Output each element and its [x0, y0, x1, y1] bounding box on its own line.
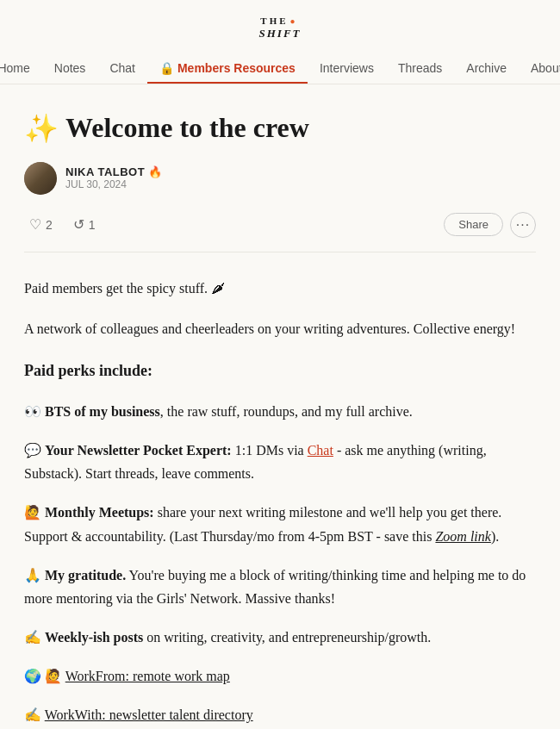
logo-the2: H [270, 16, 280, 27]
logo-wrapper: T H E ● SHIFT [258, 16, 301, 40]
nav-item-about[interactable]: About [519, 53, 560, 84]
paragraph1: A network of colleagues and cheerleaders… [24, 317, 536, 340]
perks-heading: Paid perks include: [24, 358, 536, 384]
perk-bts-icon: 👀 [24, 404, 45, 419]
perk-meetups: 🙋 Monthly Meetups: share your next writi… [24, 501, 536, 547]
chat-link[interactable]: Chat [308, 443, 333, 458]
perk-weekly: ✍️ Weekly-ish posts on writing, creativi… [24, 626, 536, 649]
comment-count: 1 [89, 218, 96, 232]
workfrom-link[interactable]: WorkFrom: remote work map [65, 669, 230, 683]
nav-item-threads[interactable]: Threads [386, 53, 454, 84]
perk-pocket-bold: Your Newsletter Pocket Expert: [45, 443, 232, 458]
article-title: ✨ Welcome to the crew [24, 112, 536, 145]
avatar [24, 162, 57, 195]
title-emoji: ✨ [24, 112, 59, 145]
intro-text: Paid members get the spicy stuff. 🌶 [24, 281, 225, 296]
perk-pocket-expert: 💬 Your Newsletter Pocket Expert: 1:1 DMs… [24, 439, 536, 485]
nav-item-home[interactable]: Home [0, 53, 42, 84]
like-button[interactable]: ♡ 2 [24, 213, 58, 236]
zoom-link[interactable]: Zoom link [435, 529, 490, 544]
author-name: NIKA TALBOT 🔥 [65, 165, 163, 178]
workwith-icon: ✍️ [24, 707, 45, 722]
nav-item-chat[interactable]: Chat [97, 53, 147, 84]
main-nav: Home Notes Chat 🔒 Members Resources Inte… [0, 53, 560, 84]
intro-paragraph: Paid members get the spicy stuff. 🌶 [24, 277, 536, 300]
perk-gratitude: 🙏 My gratitude. You're buying me a block… [24, 564, 536, 610]
perk-gratitude-bold: My gratitude. [45, 568, 126, 583]
perk-gratitude-icon: 🙏 [24, 568, 45, 583]
author-badge: 🔥 [148, 165, 163, 178]
members-resources-icon: 🔒 [159, 61, 174, 75]
action-right: Share ··· [444, 212, 536, 238]
author-name-text: NIKA TALBOT [65, 165, 145, 178]
perk-bts: 👀 BTS of my business, the raw stuff, rou… [24, 400, 536, 423]
action-bar: ♡ 2 ↺ 1 Share ··· [24, 212, 536, 252]
perk-meetups-bold: Monthly Meetups: [45, 505, 154, 520]
logo: T H E ● SHIFT [258, 16, 301, 40]
nav-item-members-resources[interactable]: 🔒 Members Resources [147, 53, 308, 84]
nav-item-notes[interactable]: Notes [42, 53, 98, 84]
members-resources-label: Members Resources [177, 61, 296, 75]
comment-button[interactable]: ↺ 1 [68, 213, 101, 236]
perk-weekly-bold: Weekly-ish posts [45, 630, 143, 645]
perk-weekly-icon: ✍️ [24, 630, 45, 645]
avatar-image [24, 162, 57, 195]
workfrom-icon: 🌍 🙋 [24, 669, 65, 683]
author-date: JUL 30, 2024 [65, 178, 163, 190]
logo-the3: E [279, 16, 288, 27]
repost-icon: ↺ [73, 216, 84, 233]
perk-weekly-text: on writing, creativity, and entrepreneur… [143, 630, 431, 645]
perk-pocket-icon: 💬 [24, 443, 45, 458]
perk-pocket-text: 1:1 DMs via [232, 443, 308, 458]
share-button[interactable]: Share [444, 213, 503, 236]
heart-icon: ♡ [29, 216, 41, 233]
like-count: 2 [46, 218, 53, 232]
nav-item-interviews[interactable]: Interviews [308, 53, 386, 84]
perk-meetups-icon: 🙋 [24, 505, 45, 520]
perk-bts-bold: BTS of my business [45, 404, 160, 419]
title-text: Welcome to the crew [65, 112, 309, 144]
logo-line1: T H E ● [258, 16, 301, 27]
nav-item-archive[interactable]: Archive [454, 53, 519, 84]
article-body: Paid members get the spicy stuff. 🌶 A ne… [24, 277, 536, 727]
page-header: T H E ● SHIFT Home Notes Chat 🔒 Members … [0, 0, 560, 84]
perk-meetups-after: ). [491, 529, 499, 544]
workwith-link[interactable]: WorkWith: newsletter talent directory [45, 707, 253, 722]
link-workfrom: 🌍 🙋 WorkFrom: remote work map [24, 664, 536, 688]
logo-the: T [260, 16, 269, 27]
link-workwith: ✍️ WorkWith: newsletter talent directory [24, 703, 536, 726]
author-row: NIKA TALBOT 🔥 JUL 30, 2024 [24, 162, 536, 195]
more-button[interactable]: ··· [510, 212, 536, 238]
paragraph1-text: A network of colleagues and cheerleaders… [24, 321, 515, 336]
logo-line2: SHIFT [258, 27, 301, 40]
main-content: ✨ Welcome to the crew NIKA TALBOT 🔥 JUL … [0, 84, 560, 729]
action-left: ♡ 2 ↺ 1 [24, 213, 101, 236]
perk-bts-text: , the raw stuff, roundups, and my full a… [160, 404, 413, 419]
author-info: NIKA TALBOT 🔥 JUL 30, 2024 [65, 165, 163, 190]
logo-dot-icon: ● [290, 16, 298, 27]
